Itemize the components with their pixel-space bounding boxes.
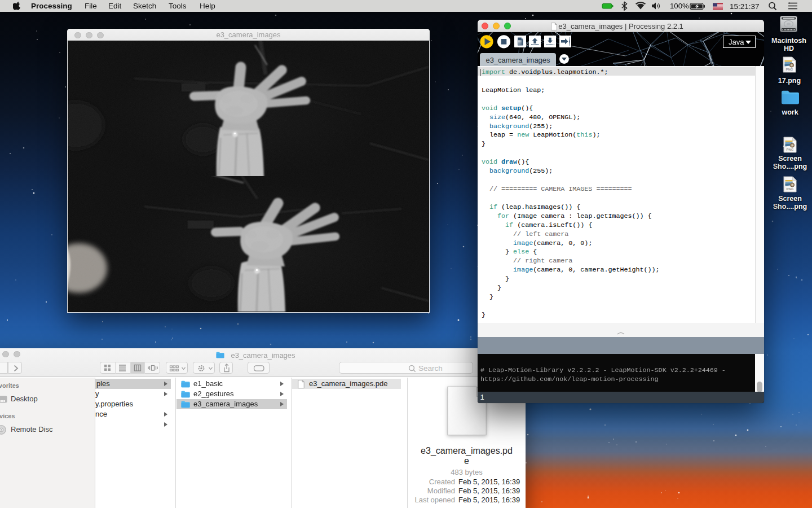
svg-text:15:21:37: 15:21:37	[730, 2, 760, 11]
svg-text:100%: 100%	[670, 2, 689, 10]
svg-text:PNG: PNG	[785, 68, 793, 71]
svg-text:PNG: PNG	[786, 148, 793, 151]
svg-text:PNG: PNG	[786, 187, 793, 191]
